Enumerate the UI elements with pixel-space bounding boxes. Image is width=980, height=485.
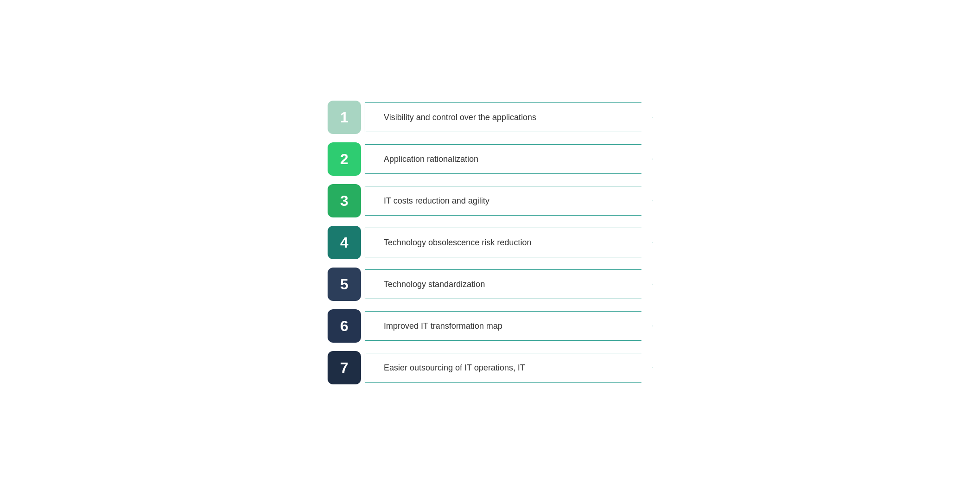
number-badge-4: 4 [328, 226, 361, 259]
arrow-label-text-4: Technology obsolescence risk reduction [365, 228, 652, 257]
arrow-label-4: Technology obsolescence risk reduction [365, 228, 652, 257]
arrow-label-1: Visibility and control over the applicat… [365, 102, 652, 132]
arrow-label-text-5: Technology standardization [365, 269, 652, 299]
list-item: 3IT costs reduction and agility [328, 184, 652, 217]
main-list: 1Visibility and control over the applica… [328, 101, 652, 384]
list-item: 1Visibility and control over the applica… [328, 101, 652, 134]
arrow-label-7: Easier outsourcing of IT operations, IT [365, 353, 652, 383]
number-badge-2: 2 [328, 142, 361, 176]
arrow-label-text-7: Easier outsourcing of IT operations, IT [365, 353, 652, 383]
list-item: 5Technology standardization [328, 268, 652, 301]
list-item: 6Improved IT transformation map [328, 309, 652, 343]
number-badge-1: 1 [328, 101, 361, 134]
list-item: 7Easier outsourcing of IT operations, IT [328, 351, 652, 384]
number-badge-5: 5 [328, 268, 361, 301]
list-item: 2Application rationalization [328, 142, 652, 176]
number-badge-3: 3 [328, 184, 361, 217]
arrow-label-text-3: IT costs reduction and agility [365, 186, 652, 216]
number-badge-7: 7 [328, 351, 361, 384]
arrow-label-text-1: Visibility and control over the applicat… [365, 102, 652, 132]
arrow-label-5: Technology standardization [365, 269, 652, 299]
arrow-label-text-6: Improved IT transformation map [365, 311, 652, 341]
number-badge-6: 6 [328, 309, 361, 343]
arrow-label-6: Improved IT transformation map [365, 311, 652, 341]
arrow-label-3: IT costs reduction and agility [365, 186, 652, 216]
list-item: 4Technology obsolescence risk reduction [328, 226, 652, 259]
arrow-label-text-2: Application rationalization [365, 144, 652, 174]
arrow-label-2: Application rationalization [365, 144, 652, 174]
